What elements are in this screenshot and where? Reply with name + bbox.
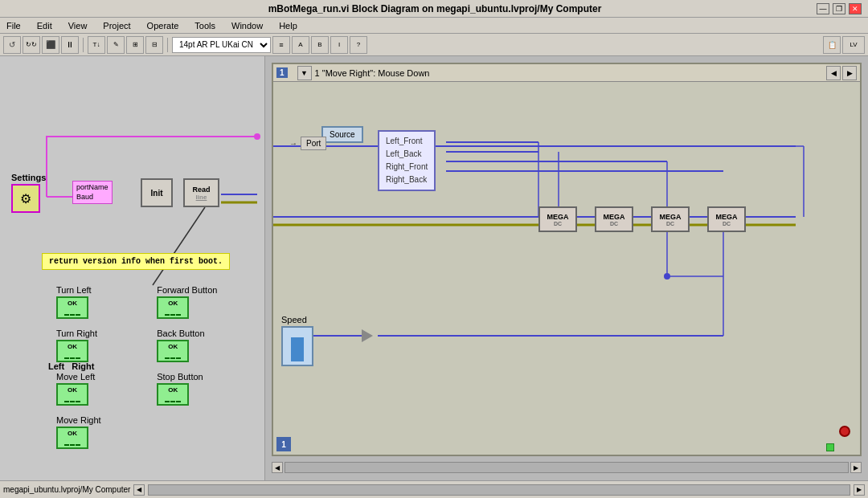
speed-label: Speed — [281, 315, 313, 325]
mega-label-4: MEGA — [716, 213, 738, 221]
port-label-text: Port — [306, 139, 321, 148]
main-area: Settings ⚙ portName Baud Init Read line … — [0, 56, 868, 480]
toolbar-btn-7[interactable]: B — [311, 36, 329, 54]
diagram-arrows: ◀ ▶ — [826, 66, 857, 80]
minimize-button[interactable]: — — [817, 3, 829, 14]
toolbar-btn-3[interactable]: ⊞ — [126, 36, 144, 54]
speed-slider[interactable] — [281, 326, 313, 366]
text-settings-button[interactable]: T↓ — [88, 36, 105, 54]
mega-block-3[interactable]: MEGA DC — [651, 206, 690, 232]
bottom-frame-tag: 1 — [276, 437, 291, 451]
motor-labels-block: Left_Front Left_Back Right_Front Right_B… — [378, 130, 436, 191]
move-right-button[interactable]: OK — [56, 427, 88, 449]
speed-bar — [291, 337, 304, 361]
scroll-right-button[interactable]: ▶ — [850, 462, 862, 473]
toolbar-sep-2 — [167, 38, 168, 52]
mega-block-1[interactable]: MEGA DC — [538, 206, 577, 232]
source-block: Source — [321, 126, 363, 143]
port-label-box[interactable]: Port — [301, 137, 326, 150]
back-button[interactable]: OK — [157, 340, 189, 362]
stop-button[interactable]: OK — [157, 383, 189, 406]
menu-tools[interactable]: Tools — [191, 19, 219, 32]
menu-window[interactable]: Window — [228, 19, 266, 32]
motor-right-front: Right_Front — [386, 161, 428, 173]
init-label: Init — [151, 189, 163, 198]
font-dropdown[interactable]: 14pt AR PL UKai CN — [172, 37, 271, 53]
mega-label-3: MEGA — [660, 213, 682, 221]
toolbar-btn-4[interactable]: ⊟ — [145, 36, 163, 54]
mega-block-2[interactable]: MEGA DC — [595, 206, 633, 232]
case-selector[interactable]: ▼ — [297, 66, 312, 80]
context-help-button[interactable]: 📋 — [823, 36, 841, 54]
window-title: mBotMega_run.vi Block Diagram on megapi_… — [55, 3, 815, 14]
prev-case-button[interactable]: ◀ — [826, 66, 841, 80]
edit-mode-button[interactable]: ✎ — [107, 36, 125, 54]
menu-help[interactable]: Help — [276, 19, 301, 32]
btn-lines-3 — [64, 357, 80, 359]
read-block[interactable]: Read line — [183, 178, 219, 207]
move-right-control: Move Right OK — [56, 415, 117, 449]
move-right-label: Move Right — [56, 415, 101, 425]
turn-left-control: Turn Left OK — [56, 285, 117, 319]
toolbar-btn-8[interactable]: I — [330, 36, 348, 54]
maximize-button[interactable]: ❐ — [833, 3, 845, 14]
menu-view[interactable]: View — [65, 19, 91, 32]
menu-project[interactable]: Project — [100, 19, 133, 32]
pause-button[interactable]: ⏸ — [61, 36, 79, 54]
toolbar-btn-5[interactable]: ≡ — [272, 36, 290, 54]
read-line-label: line — [196, 194, 207, 201]
toolbar-right: 📋 LV — [823, 36, 865, 54]
menu-file[interactable]: File — [3, 19, 24, 32]
run-button[interactable]: ↺ — [3, 36, 21, 54]
btn-lines-5 — [64, 401, 80, 402]
diagram-top-bar: 1 ▼ 1 "Move Right": Mouse Down ◀ ▶ — [273, 64, 860, 82]
mega-sub-1: DC — [554, 221, 562, 227]
abort-button[interactable]: ⬛ — [42, 36, 59, 54]
diagram-content: Source → Port Left_Front Left_Back Right… — [273, 82, 860, 455]
turn-right-button[interactable]: OK — [56, 340, 88, 362]
status-scroll-track[interactable] — [148, 484, 850, 496]
status-scroll-right[interactable]: ▶ — [854, 484, 865, 496]
menu-edit[interactable]: Edit — [34, 19, 55, 32]
scroll-track[interactable] — [285, 462, 849, 473]
svg-line-4 — [153, 207, 205, 285]
horizontal-scrollbar: ◀ ▶ — [272, 461, 862, 474]
forward-label: Forward Button — [157, 285, 217, 295]
run-continuously-button[interactable]: ↻↻ — [23, 36, 40, 54]
speed-block: Speed — [281, 315, 313, 366]
forward-button[interactable]: OK — [157, 296, 189, 319]
ok-text-2: OK — [168, 300, 178, 307]
mega-label-2: MEGA — [604, 213, 625, 221]
move-left-button[interactable]: OK — [56, 383, 88, 406]
comment-box: return version info when first boot. — [42, 253, 230, 270]
close-button[interactable]: ✕ — [849, 3, 862, 14]
triangle-buffer — [362, 329, 373, 342]
turn-left-button[interactable]: OK — [56, 296, 88, 319]
comment-text: return version info when first boot. — [49, 257, 223, 266]
left-panel: Settings ⚙ portName Baud Init Read line … — [0, 56, 265, 480]
forward-button-control: Forward Button OK — [157, 285, 217, 319]
mega-sub-2: DC — [610, 221, 618, 227]
btn-lines-7 — [64, 444, 80, 446]
labview-icon[interactable]: LV — [842, 36, 865, 54]
port-arrow: → — [289, 139, 297, 148]
scroll-left-button[interactable]: ◀ — [272, 462, 283, 473]
btn-lines-6 — [165, 401, 181, 402]
ok-text-4: OK — [168, 343, 178, 350]
toolbar-btn-6[interactable]: A — [292, 36, 309, 54]
menu-operate[interactable]: Operate — [144, 19, 182, 32]
back-button-control: Back Button OK — [157, 329, 217, 362]
init-block[interactable]: Init — [141, 178, 173, 207]
frame-number: 1 — [276, 67, 288, 78]
status-scroll-left[interactable]: ◀ — [133, 484, 145, 496]
settings-icon[interactable]: ⚙ — [11, 184, 40, 213]
toolbar: ↺ ↻↻ ⬛ ⏸ T↓ ✎ ⊞ ⊟ 14pt AR PL UKai CN ≡ A… — [0, 34, 868, 56]
turn-left-label: Turn Left — [56, 285, 92, 295]
ok-text-3: OK — [68, 343, 77, 350]
toolbar-btn-9[interactable]: ? — [350, 36, 367, 54]
right-panel: 1 ▼ 1 "Move Right": Mouse Down ◀ ▶ — [265, 56, 868, 480]
next-case-button[interactable]: ▶ — [842, 66, 857, 80]
status-path: megapi_ubuntu.lvproj/My Computer — [3, 485, 130, 494]
mega-block-4[interactable]: MEGA DC — [707, 206, 746, 232]
read-label: Read — [192, 186, 210, 194]
